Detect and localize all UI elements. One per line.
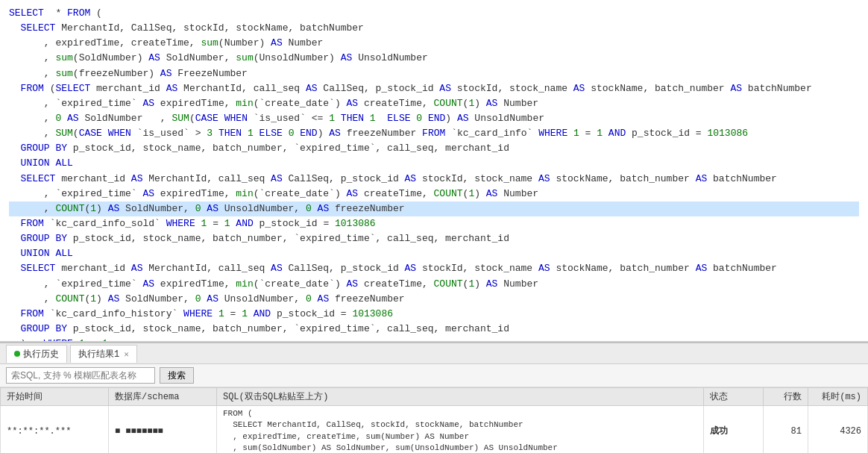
col-header-db: 数据库/schema (108, 388, 216, 406)
sql-line-5: , sum(freezeNumber) AS FreezeNumber (9, 66, 859, 81)
col-header-sql: SQL(双击SQL粘贴至上方) (216, 388, 703, 406)
col-header-rows: 行数 (764, 388, 808, 406)
table-row[interactable]: **:**:**.*** ■ ■■■■■■■ FROM ( SELECT Mer… (1, 406, 868, 454)
col-header-time: 耗时(ms) (808, 388, 868, 406)
sql-line-17: UNION ALL (9, 246, 859, 261)
tab-result1[interactable]: 执行结果1 ✕ (70, 345, 137, 363)
sql-line-22: GROUP BY p_stock_id, stock_name, batch_n… (9, 322, 859, 337)
tab-history[interactable]: 执行历史 (6, 345, 67, 363)
sql-line-8: , 0 AS SoldNumber , SUM(CASE WHEN `is_us… (9, 111, 859, 126)
sql-line-18: SELECT merchant_id AS MerchantId, call_s… (9, 261, 859, 276)
sql-line-4: , sum(SoldNumber) AS SoldNumber, sum(Uns… (9, 51, 859, 66)
cell-start-time: **:**:**.*** (1, 406, 109, 454)
tab-history-label: 执行历史 (23, 348, 59, 360)
sql-line-16: GROUP BY p_stock_id, stock_name, batch_n… (9, 231, 859, 246)
col-header-status: 状态 (704, 388, 764, 406)
result-table-wrap: 开始时间 数据库/schema SQL(双击SQL粘贴至上方) 状态 行数 耗时… (0, 387, 868, 453)
sql-line-13: , `expired_time` AS expiredTime, min(`cr… (9, 187, 859, 201)
tab-close-icon[interactable]: ✕ (124, 349, 129, 359)
sql-search-input[interactable] (6, 367, 155, 384)
sql-line-6: FROM (SELECT merchant_id AS MerchantId, … (9, 81, 859, 96)
tab-result1-label: 执行结果1 (78, 348, 119, 360)
sql-line-20: , COUNT(1) AS SoldNumber, 0 AS UnsoldNum… (9, 292, 859, 307)
sql-line-2: SELECT MerchantId, CallSeq, stockId, sto… (9, 21, 859, 36)
col-header-start-time: 开始时间 (1, 388, 109, 406)
sql-line-11: UNION ALL (9, 156, 859, 171)
sql-line-15: FROM `kc_card_info_sold` WHERE 1 = 1 AND… (9, 216, 859, 231)
cell-db-schema: ■ ■■■■■■■ (108, 406, 216, 454)
sql-editor[interactable]: SELECT * FROM ( SELECT MerchantId, CallS… (0, 0, 868, 342)
search-toolbar: 搜索 (0, 364, 868, 387)
sql-line-14: , COUNT(1) AS SoldNumber, 0 AS UnsoldNum… (9, 201, 859, 216)
sql-line-23: ) a WHERE 1 = 1 (9, 337, 859, 342)
status-dot (14, 351, 20, 357)
sql-line-21: FROM `kc_card_info_history` WHERE 1 = 1 … (9, 307, 859, 322)
bottom-panel: 执行历史 执行结果1 ✕ 搜索 开始时间 数据库/schema SQL(双击SQ… (0, 342, 868, 453)
cell-status: 成功 (704, 406, 764, 454)
tab-bar: 执行历史 执行结果1 ✕ (0, 343, 868, 364)
cell-sql-preview: FROM ( SELECT MerchantId, CallSeq, stock… (216, 406, 703, 454)
sql-line-12: SELECT merchant_id AS MerchantId, call_s… (9, 172, 859, 187)
sql-line-3: , expiredTime, createTime, sum(Number) A… (9, 36, 859, 51)
sql-line-7: , `expired_time` AS expiredTime, min(`cr… (9, 96, 859, 111)
search-button[interactable]: 搜索 (160, 367, 194, 384)
cell-rows: 81 (764, 406, 808, 454)
sql-line-1: SELECT * FROM ( (9, 6, 859, 21)
table-header-row: 开始时间 数据库/schema SQL(双击SQL粘贴至上方) 状态 行数 耗时… (1, 388, 868, 406)
sql-line-9: , SUM(CASE WHEN `is_used` > 3 THEN 1 ELS… (9, 126, 859, 141)
result-table: 开始时间 数据库/schema SQL(双击SQL粘贴至上方) 状态 行数 耗时… (0, 387, 868, 453)
sql-line-10: GROUP BY p_stock_id, stock_name, batch_n… (9, 141, 859, 156)
sql-line-19: , `expired_time` AS expiredTime, min(`cr… (9, 277, 859, 292)
cell-time: 4326 (808, 406, 868, 454)
